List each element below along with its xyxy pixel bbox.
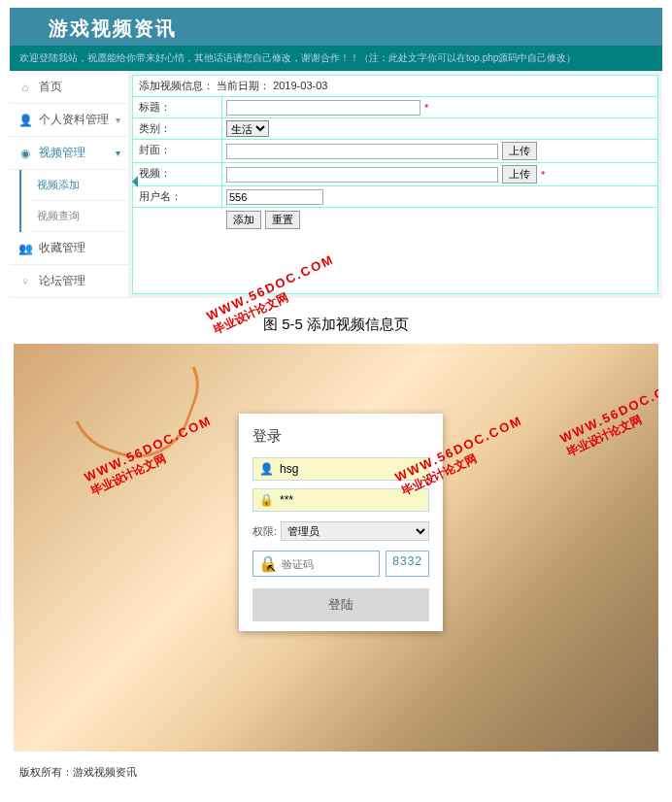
form-row-cover: 封面： 上传 [133, 140, 657, 163]
captcha-field[interactable]: 🔒 ↖ [252, 551, 380, 577]
form-row-category: 类别： 生活 [133, 118, 657, 140]
sidebar: ⌂ 首页 👤 个人资料管理 ▾ ◉ 视频管理 ▾ 视频添加 视频查询 👥 收藏管… [10, 71, 128, 298]
user-icon: 👤 [259, 462, 274, 476]
required-mark: * [541, 169, 545, 181]
home-icon: ⌂ [17, 81, 33, 94]
label-category: 类别： [133, 118, 222, 139]
form-row-video: 视频： 上传 * [133, 163, 657, 186]
upload-cover-button[interactable]: 上传 [502, 142, 537, 160]
password-field[interactable]: 🔒 [252, 488, 429, 512]
figure-caption-2: 图 5-6 管理员登录页面 [0, 793, 672, 802]
sidebar-sub-query-video[interactable]: 视频查询 [31, 201, 128, 232]
content-panel: 添加视频信息： 当前日期： 2019-03-03 标题： * 类别： 生活 [132, 75, 658, 294]
form-row-title: 标题： * [133, 97, 657, 118]
sidebar-item-label: 视频管理 [39, 145, 85, 161]
chevron-down-icon: ▾ [116, 148, 120, 158]
role-row: 权限: 管理员 [252, 521, 429, 541]
sidebar-item-video[interactable]: ◉ 视频管理 ▾ [10, 137, 128, 170]
date-value: 2019-03-03 [273, 80, 327, 91]
watermark: WWW.56DOC.COM 毕业设计论文网 [557, 374, 658, 459]
login-heading: 登录 [252, 427, 429, 446]
layout: ⌂ 首页 👤 个人资料管理 ▾ ◉ 视频管理 ▾ 视频添加 视频查询 👥 收藏管… [10, 71, 662, 298]
date-label: 当前日期： [217, 80, 270, 91]
chevron-down-icon: ▾ [116, 115, 120, 125]
label-video: 视频： [133, 163, 222, 185]
username-input[interactable] [280, 462, 425, 476]
video-icon: ◉ [17, 147, 33, 160]
login-button[interactable]: 登陆 [252, 588, 429, 621]
label-cover: 封面： [133, 140, 222, 162]
forum-icon: ♀ [17, 275, 33, 288]
site-title: 游戏视频资讯 [49, 14, 662, 46]
content-title-prefix: 添加视频信息： [139, 80, 214, 91]
form-row-user: 用户名： [133, 186, 657, 208]
video-input[interactable] [226, 167, 498, 183]
sidebar-item-forum[interactable]: ♀ 论坛管理 [10, 265, 128, 298]
login-footer: 版权所有：游戏视频资讯 [14, 752, 658, 793]
sidebar-item-profile[interactable]: 👤 个人资料管理 ▾ [10, 104, 128, 137]
sidebar-sub-add-video[interactable]: 视频添加 [31, 170, 128, 201]
captcha-row: 🔒 ↖ 8332 [252, 551, 429, 577]
username-field[interactable]: 👤 [252, 457, 429, 481]
admin-page: 游戏视频资讯 欢迎登陆我站，祝愿能给你带来好心情，其他话语请您自己修改，谢谢合作… [10, 8, 662, 298]
sidebar-item-label: 首页 [39, 79, 62, 95]
sidebar-item-home[interactable]: ⌂ 首页 [10, 71, 128, 104]
cursor-icon: ↖ [267, 561, 277, 575]
form-actions: 添加 重置 [133, 208, 657, 232]
role-select[interactable]: 管理员 [281, 521, 429, 541]
welcome-bar: 欢迎登陆我站，祝愿能给你带来好心情，其他话语请您自己修改，谢谢合作！！（注：此处… [10, 46, 662, 71]
captcha-image[interactable]: 8332 [386, 551, 429, 577]
sidebar-item-label: 论坛管理 [39, 273, 85, 289]
lock-icon: 🔒 [259, 493, 274, 507]
reset-button[interactable]: 重置 [265, 211, 300, 229]
category-select[interactable]: 生活 [226, 120, 269, 137]
label-user: 用户名： [133, 186, 222, 207]
submit-button[interactable]: 添加 [226, 211, 261, 229]
login-page: 登录 👤 🔒 权限: 管理员 🔒 ↖ 83 [14, 344, 658, 793]
upload-video-button[interactable]: 上传 [502, 165, 537, 184]
content-heading: 添加视频信息： 当前日期： 2019-03-03 [133, 76, 657, 97]
sidebar-item-label: 收藏管理 [39, 240, 85, 256]
header: 游戏视频资讯 [10, 8, 662, 46]
user-icon: 👤 [17, 114, 33, 127]
login-panel: 登录 👤 🔒 权限: 管理员 🔒 ↖ 83 [239, 414, 443, 631]
sidebar-item-label: 个人资料管理 [39, 112, 109, 128]
label-title: 标题： [133, 97, 222, 117]
captcha-input[interactable] [282, 558, 374, 570]
login-background: 登录 👤 🔒 权限: 管理员 🔒 ↖ 83 [14, 344, 658, 752]
figure-caption-1: 图 5-5 添加视频信息页 [0, 298, 672, 344]
title-input[interactable] [226, 100, 420, 116]
users-icon: 👥 [17, 242, 33, 255]
required-mark: * [424, 102, 428, 114]
cover-input[interactable] [226, 144, 498, 159]
sidebar-item-favorites[interactable]: 👥 收藏管理 [10, 232, 128, 265]
watermark: WWW.56DOC.COM 毕业设计论文网 [82, 413, 219, 498]
sidebar-submenu: 视频添加 视频查询 [19, 170, 128, 232]
password-input[interactable] [280, 493, 425, 507]
user-input[interactable] [226, 189, 323, 205]
role-label: 权限: [252, 524, 277, 539]
